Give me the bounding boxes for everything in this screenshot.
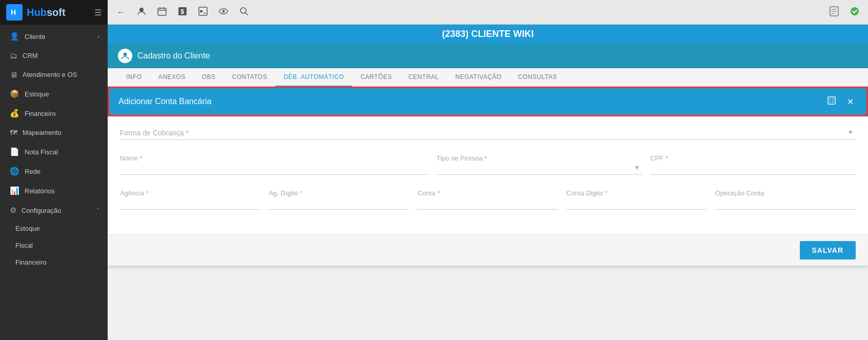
svg-point-9 xyxy=(240,8,246,13)
check-button[interactable] xyxy=(845,4,864,21)
check-icon xyxy=(850,7,859,18)
conta-input[interactable] xyxy=(417,189,558,207)
crm-icon: 🗂 xyxy=(10,51,17,60)
search-icon xyxy=(239,7,249,18)
search-button[interactable] xyxy=(235,4,253,21)
estoque-icon: 📦 xyxy=(10,89,19,98)
client-header: (2383) CLIENTE WIKI xyxy=(108,25,868,44)
sidebar-item-atendimento[interactable]: 🖥 Atendimento e OS xyxy=(0,65,108,84)
hubsoft-logo-text: Hubsoft xyxy=(27,7,66,18)
sidebar-item-nota-fiscal[interactable]: 📄 Nota Fiscal xyxy=(0,142,108,162)
sidebar-item-label: Configuração xyxy=(22,207,61,214)
sub-item-label: Estoque xyxy=(15,225,40,232)
sidebar-item-label: Nota Fiscal xyxy=(25,148,58,156)
terminal-icon xyxy=(198,7,208,18)
forma-cobranca-row: Forma de Cobrança * ▼ xyxy=(120,127,856,140)
ag-digito-input[interactable] xyxy=(269,189,409,207)
dialog-container: Adicionar Conta Bancária ✕ xyxy=(108,87,868,340)
forma-cobranca-select[interactable]: Forma de Cobrança * xyxy=(120,127,856,137)
sidebar-item-mapeamento[interactable]: 🗺 Mapeamento xyxy=(0,123,108,142)
sidebar-sub-item-financeiro[interactable]: Financeiro xyxy=(0,254,108,271)
tab-contatos[interactable]: CONTATOS xyxy=(224,68,276,87)
sidebar-collapse-button[interactable]: ☰ xyxy=(94,8,102,17)
nome-field: Nome * xyxy=(120,154,428,175)
atendimento-icon: 🖥 xyxy=(10,70,17,79)
cpf-input[interactable] xyxy=(650,154,856,172)
tab-info[interactable]: INFO xyxy=(118,68,150,87)
terminal-button[interactable] xyxy=(194,4,212,21)
financeiro-icon: 💰 xyxy=(10,109,19,118)
salvar-button[interactable]: SALVAR xyxy=(800,241,856,259)
tipo-pessoa-field: Tipo de Pessoa * ▼ xyxy=(436,154,642,175)
sidebar-item-label: Estoque xyxy=(25,90,49,98)
sidebar-item-relatorios[interactable]: 📊 Relatórios xyxy=(0,181,108,201)
sub-item-label: Financeiro xyxy=(15,258,47,266)
tab-anexos[interactable]: ANEXOS xyxy=(150,68,194,87)
dropdown-arrow-icon: ▼ xyxy=(847,129,854,136)
sidebar-item-label: CRM xyxy=(23,52,38,59)
conta-digito-field: Conta Digito * xyxy=(567,189,707,210)
sidebar-item-label: Rede xyxy=(25,168,41,175)
svg-rect-13 xyxy=(828,97,835,104)
back-button[interactable]: ← xyxy=(112,4,130,21)
sub-item-label: Fiscal xyxy=(15,242,33,249)
configuracao-icon: ⚙ xyxy=(10,206,16,215)
tab-cartoes[interactable]: CARTÕES xyxy=(352,68,400,87)
agencia-field: Agência * xyxy=(120,189,260,210)
conta-field: Conta * xyxy=(417,189,558,210)
cadastro-person-icon xyxy=(118,49,132,63)
calendar-icon xyxy=(157,7,167,18)
tab-negativacao[interactable]: NEGATIVA​ÇÃO xyxy=(447,68,510,87)
cpf-field: CPF * xyxy=(650,154,856,175)
main-content: ← $ xyxy=(108,0,868,340)
sidebar-item-rede[interactable]: 🌐 Rede xyxy=(0,162,108,181)
cadastro-label: Cadastro do Cliente xyxy=(137,51,210,61)
person-button[interactable] xyxy=(132,4,151,21)
operacao-conta-field: Operação Conta xyxy=(715,189,856,210)
dialog-close-button[interactable]: ✕ xyxy=(843,94,857,109)
tab-central[interactable]: CENTRAL xyxy=(400,68,447,87)
svg-point-11 xyxy=(851,7,859,15)
sidebar-nav: 👤 Cliente › 🗂 CRM 🖥 Atendimento e OS 📦 E… xyxy=(0,25,108,340)
agencia-input[interactable] xyxy=(120,189,260,207)
dollar-button[interactable]: $ xyxy=(173,4,192,21)
ag-digito-field: Ag. Dígito * xyxy=(269,189,409,210)
dialog-header-actions: ✕ xyxy=(824,94,857,109)
tab-consultas[interactable]: CONSULTAS xyxy=(510,68,565,87)
cliente-icon: 👤 xyxy=(10,32,19,41)
dialog-expand-button[interactable] xyxy=(824,94,839,109)
person-icon xyxy=(137,7,146,18)
svg-point-8 xyxy=(223,10,225,12)
eye-button[interactable] xyxy=(214,4,233,21)
tabs-bar: INFO ANEXOS OBS CONTATOS DÉB. AUTOMÁTICO… xyxy=(108,68,868,87)
sidebar-item-cliente[interactable]: 👤 Cliente › xyxy=(0,27,108,46)
conta-digito-input[interactable] xyxy=(567,189,707,207)
dropdown-arrow-icon: ▼ xyxy=(634,164,640,171)
sidebar-item-financeiro[interactable]: 💰 Financeiro xyxy=(0,104,108,123)
sidebar-item-label: Cliente xyxy=(25,33,45,41)
tab-deb-automatico[interactable]: DÉB. AUTOMÁTICO xyxy=(275,68,352,87)
sidebar-item-estoque[interactable]: 📦 Estoque xyxy=(0,84,108,104)
nome-input[interactable] xyxy=(120,154,428,172)
sidebar-item-crm[interactable]: 🗂 CRM xyxy=(0,46,108,65)
operacao-conta-input[interactable] xyxy=(715,189,856,207)
top-toolbar: ← $ xyxy=(108,0,868,25)
sidebar-item-configuracao[interactable]: ⚙ Configuração ˅ xyxy=(0,201,108,220)
sidebar-sub-item-estoque[interactable]: Estoque xyxy=(0,220,108,237)
sidebar-item-label: Relatórios xyxy=(25,187,55,195)
agencia-row: Agência * Ag. Dígito * Conta * Conta Dig… xyxy=(120,189,856,210)
sidebar-sub-item-fiscal[interactable]: Fiscal xyxy=(0,237,108,254)
cadastro-bar: Cadastro do Cliente xyxy=(108,44,868,68)
svg-text:H: H xyxy=(11,8,16,16)
back-icon: ← xyxy=(117,8,125,17)
svg-rect-3 xyxy=(158,8,166,15)
calendar-button[interactable] xyxy=(153,4,171,21)
mapeamento-icon: 🗺 xyxy=(10,128,17,137)
pdf-button[interactable] xyxy=(825,4,843,21)
tab-obs[interactable]: OBS xyxy=(194,68,224,87)
svg-point-12 xyxy=(124,53,127,56)
chevron-right-icon: › xyxy=(97,33,99,39)
hubsoft-logo-icon: H xyxy=(6,4,23,21)
tipo-pessoa-select[interactable] xyxy=(436,154,642,172)
dialog-title: Adicionar Conta Bancária xyxy=(118,97,824,106)
